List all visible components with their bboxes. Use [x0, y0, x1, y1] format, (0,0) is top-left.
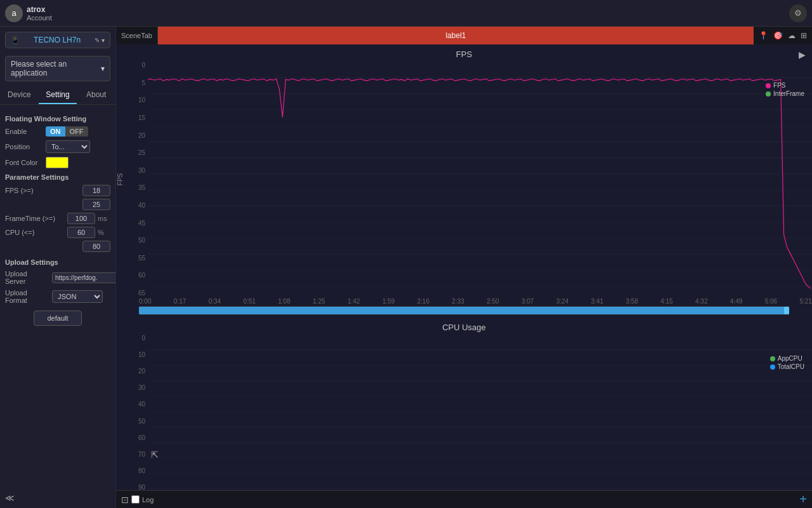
cpu-legend: AppCPU TotalCPU [770, 355, 804, 371]
fps-row-2 [5, 199, 110, 210]
fps-play-button[interactable]: ▶ [799, 50, 806, 60]
cpu-chart-container: CPU Usage 130120110100 90807060 50403020… [116, 318, 812, 490]
cpu-input-1[interactable] [67, 227, 95, 238]
fps-y-axis: 65605550 45403530 25201510 50 [125, 62, 148, 297]
font-color-label: Font Color [5, 159, 43, 166]
cpu-chart-title: CPU Usage [116, 323, 812, 332]
tab-device[interactable]: Device [0, 86, 39, 104]
location-icon[interactable]: 📍 [759, 31, 768, 40]
main-container: 📱 TECNO LH7n ✎ ▾ Please select an applic… [0, 27, 812, 508]
right-panel: SceneTab label1 📍 🎯 ☁ ⊞ FPS ▶ FPS [116, 27, 812, 508]
fps-label: FPS (>=) [5, 187, 80, 194]
fps-input-2[interactable] [82, 199, 110, 210]
target-icon[interactable]: 🎯 [773, 31, 783, 40]
fps-legend-interframe: InterFrame [766, 90, 804, 97]
log-checkbox[interactable] [131, 495, 140, 504]
cpu-legend-appcpu: AppCPU [770, 355, 804, 362]
fps-legend-fps: FPS [766, 82, 804, 89]
parameter-settings: Parameter Settings FPS (>=) FrameTime (>… [5, 173, 110, 252]
cpu-y-axis: 130120110100 90807060 50403020 100 [125, 335, 148, 490]
enable-label: Enable [5, 128, 43, 135]
frametime-row: FrameTime (>=) ms [5, 213, 110, 224]
avatar: a [5, 4, 23, 22]
toggle-off-btn[interactable]: OFF [65, 126, 88, 137]
fps-legend: FPS InterFrame [766, 82, 804, 98]
scene-tab-label: SceneTab [116, 27, 158, 44]
format-label: Upload Format [5, 289, 49, 304]
dropdown-icon: ▾ [101, 64, 105, 73]
cpu-label: CPU (<=) [5, 229, 65, 236]
cpu-row-2 [5, 241, 110, 252]
fps-input-1[interactable] [82, 185, 110, 196]
sidebar: 📱 TECNO LH7n ✎ ▾ Please select an applic… [0, 27, 116, 508]
fps-x-axis: 0:000:170:340:51 1:081:251:421:59 2:162:… [116, 297, 812, 306]
position-row: Position To... Top Left Top Right Bottom… [5, 140, 110, 153]
frametime-unit: ms [98, 215, 110, 222]
bottom-bar: ⊡ Log + [116, 490, 812, 508]
fps-dot [766, 83, 771, 88]
scene-tab-bar: SceneTab label1 📍 🎯 ☁ ⊞ [116, 27, 812, 44]
device-name: TECNO LH7n [34, 36, 81, 44]
format-row: Upload Format JSON CSV [5, 289, 110, 304]
position-label: Position [5, 143, 43, 150]
format-select[interactable]: JSON CSV [52, 290, 103, 303]
enable-row: Enable ON OFF [5, 126, 110, 137]
cpu-row: CPU (<=) % [5, 227, 110, 238]
cpu-chart-wrapper: 130120110100 90807060 50403020 100 [116, 335, 812, 490]
interframe-dot [766, 91, 771, 97]
toggle-on-btn[interactable]: ON [46, 126, 65, 137]
log-label: Log [142, 496, 154, 504]
scene-icon[interactable]: ⊡ [121, 495, 129, 505]
grid-icon[interactable]: ⊞ [801, 31, 807, 40]
sidebar-bottom: ≪ [0, 489, 115, 508]
frametime-label: FrameTime (>=) [5, 215, 65, 222]
fps-scrollbar-handle-right[interactable] [784, 307, 789, 314]
scene-tab-icons: 📍 🎯 ☁ ⊞ [754, 31, 812, 40]
fps-scrollbar-thumb[interactable] [139, 307, 789, 314]
fps-chart-inner: FPS InterFrame [148, 62, 812, 297]
username: atrox [27, 5, 789, 14]
top-bar: a atrox Account ⚙ [0, 0, 812, 27]
tab-setting[interactable]: Setting [39, 86, 77, 104]
sidebar-content: Floating Window Setting Enable ON OFF Po… [0, 110, 115, 489]
edit-icon: ✎ ▾ [95, 37, 105, 44]
position-select[interactable]: To... Top Left Top Right Bottom Left Bot… [46, 140, 90, 153]
fps-chart-title: FPS [116, 50, 812, 59]
cpu-chart-svg: ⇱ [148, 335, 812, 490]
user-info: atrox Account [27, 5, 789, 22]
sidebar-tabs: Device Setting About [0, 86, 115, 105]
font-color-row: Font Color [5, 157, 110, 168]
cpu-chart-inner: ⇱ AppCPU TotalCPU [148, 335, 812, 490]
server-label: Upload Server [5, 270, 49, 285]
fps-scrollbar[interactable] [139, 306, 789, 315]
param-settings-title: Parameter Settings [5, 173, 110, 181]
settings-button[interactable]: ⚙ [789, 4, 807, 22]
tab-about[interactable]: About [77, 86, 115, 104]
collapse-button[interactable]: ≪ [5, 493, 15, 503]
server-input[interactable] [52, 272, 115, 283]
font-color-swatch[interactable] [46, 157, 69, 168]
svg-rect-1 [148, 62, 812, 290]
cpu-legend-totalcpu: TotalCPU [770, 363, 804, 370]
app-selector[interactable]: Please select an application ▾ [5, 56, 110, 81]
cloud-icon[interactable]: ☁ [788, 31, 796, 40]
totalcpu-dot [770, 364, 775, 370]
fps-row: FPS (>=) [5, 185, 110, 196]
default-button[interactable]: default [34, 311, 81, 326]
upload-settings-title: Upload Settings [5, 258, 110, 266]
charts-area[interactable]: FPS ▶ FPS 65605550 45403530 25201510 50 [116, 44, 812, 490]
toggle-group: ON OFF [46, 126, 88, 137]
fps-chart-wrapper: FPS 65605550 45403530 25201510 50 [116, 62, 812, 297]
server-row: Upload Server [5, 270, 110, 285]
frametime-input[interactable] [67, 213, 95, 224]
cpu-input-2[interactable] [82, 241, 110, 252]
add-chart-button[interactable]: + [799, 492, 807, 507]
fps-chart-container: FPS ▶ FPS 65605550 45403530 25201510 50 [116, 44, 812, 318]
appcpu-dot [770, 356, 775, 361]
device-selector[interactable]: 📱 TECNO LH7n ✎ ▾ [5, 32, 110, 48]
svg-text:⇱: ⇱ [151, 450, 159, 460]
fps-y-label: FPS [117, 173, 124, 185]
fps-scrollbar-track [139, 307, 789, 314]
scene-tab-active[interactable]: label1 [158, 27, 754, 44]
app-selector-label: Please select an application [11, 60, 101, 77]
